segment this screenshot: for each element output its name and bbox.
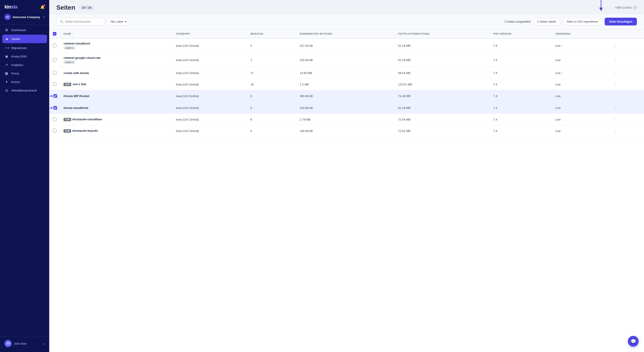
row-standort: Iowa (US Central): [172, 67, 247, 79]
row-checkbox-8[interactable]: [53, 129, 56, 132]
search-box[interactable]: 🔍: [56, 18, 104, 25]
row-umgebung-cell: Live: [552, 90, 608, 102]
sidebar-item-aktivitaetsprotokoll[interactable]: ◎ Aktivitätenprotokoll: [0, 86, 49, 95]
row-besuche: 0: [247, 90, 296, 102]
select-all-checkbox[interactable]: [53, 32, 56, 35]
row-php: 7.4: [490, 67, 552, 79]
row-checkbox-cell: [49, 53, 60, 67]
row-name-cell: kinsta-cloudfront: [60, 102, 172, 114]
live-badge: Live: [556, 129, 561, 133]
row-umgebung-cell: Live: [552, 53, 608, 67]
site-name: cdntest-cloudfront: [64, 42, 90, 45]
row-festplatten: 61.19 MB: [394, 38, 490, 53]
chevron-down-icon: ▾: [44, 16, 45, 18]
company-selector[interactable]: AC Awesome Company ▾: [0, 12, 49, 24]
user-avatar: JD: [4, 340, 12, 347]
sidebar-item-analytics[interactable]: ↗ Analytics: [0, 61, 49, 69]
sidebar-divider-bottom: [0, 337, 49, 337]
header-php: PHP VERSION: [490, 29, 552, 38]
umgebung-chevron-icon[interactable]: ▾: [562, 44, 563, 47]
sites-table: NAME ↑ STANDORT BESUCHE BANDBREITEN NUTZ…: [49, 29, 644, 137]
live-badge: Live: [556, 94, 561, 98]
kinsta-dns-icon: ◉: [4, 54, 8, 58]
cdn-badge: CDN: [64, 83, 71, 86]
row-name-cell: CDNJoe's Site: [60, 79, 172, 90]
row-besuche: 0: [247, 102, 296, 114]
row-checkbox-7[interactable]: [53, 117, 56, 121]
row-php: 7.4: [490, 38, 552, 53]
live-badge: Live: [556, 58, 561, 62]
user-chevron-icon: ▴: [44, 343, 45, 345]
analytics-icon: ↗: [4, 63, 8, 67]
row-php: 7.4: [490, 114, 552, 125]
sidebar-item-migrationen[interactable]: ⟶ Migrationen: [0, 44, 49, 52]
row-menu-icon[interactable]: ⋮: [611, 116, 619, 123]
sidebar-item-label: Migrationen: [11, 46, 27, 50]
row-menu-icon[interactable]: ⋮: [611, 128, 619, 134]
row-name-cell: cdntest-cloudfrontLabel 1: [60, 38, 172, 53]
row-festplatten: 71.46 MB: [394, 90, 490, 102]
site-name: cdntest-google-cloud-cdn: [64, 56, 101, 59]
help-center-link[interactable]: Hilfe-Center ?: [615, 6, 637, 9]
site-name: Kinsta WP Rocket: [64, 94, 89, 98]
row-menu-icon[interactable]: ⋮: [611, 57, 619, 63]
site-name: kinstacdn-cloudflare: [72, 118, 102, 121]
header-actions: [608, 29, 644, 38]
table-row: CDNkinstacdn-cloudflareIowa (US Central)…: [49, 114, 644, 125]
user-profile[interactable]: JD John Doe ▴: [0, 338, 49, 349]
sidebar-bottom: JD John Doe ▴: [0, 333, 49, 352]
row-umgebung-cell: Live: [552, 125, 608, 137]
row-besuche: 1: [247, 53, 296, 67]
row-bandbreiten: 146.08 kB: [296, 125, 394, 137]
sidebar: kinsta 🔔 AC Awesome Company ▾ ⊞ Dashboar…: [0, 0, 49, 352]
row-umgebung-cell: Live ▾: [552, 38, 608, 53]
sidebar-item-label: Kinsta DNS: [11, 55, 27, 58]
notification-bell[interactable]: 🔔: [40, 5, 45, 9]
row-menu-icon[interactable]: ⋮: [611, 93, 619, 99]
label-selected-button[interactable]: 2 Seiten labeln: [533, 18, 560, 25]
help-center-label: Hilfe-Center: [615, 6, 632, 9]
table-body: cdntest-cloudfrontLabel 1Iowa (US Centra…: [49, 38, 644, 137]
row-checkbox-cell: [49, 67, 60, 79]
row-name-cell: cdntest-google-cloud-cdnLabel 1: [60, 53, 172, 67]
row-actions: ⋮: [608, 38, 644, 53]
row-checkbox-5[interactable]: [54, 94, 57, 98]
chat-button[interactable]: 💬: [628, 336, 639, 347]
table-header: NAME ↑ STANDORT BESUCHE BANDBREITEN NUTZ…: [49, 29, 644, 38]
row-checkbox-3[interactable]: [53, 71, 56, 74]
row-besuche: 17: [247, 67, 296, 79]
row-actions: ⋮: [608, 90, 644, 102]
row-menu-icon[interactable]: ⋮: [611, 81, 619, 87]
row-checkbox-1[interactable]: [53, 44, 56, 47]
site-name: kinsta-cloudfront: [64, 106, 88, 110]
sidebar-item-firma[interactable]: ▦ Firma: [0, 69, 49, 78]
search-input[interactable]: [65, 20, 101, 23]
nutzer-icon: ✦: [4, 80, 8, 84]
row-checkbox-6[interactable]: [54, 106, 57, 110]
page-count-badge: 20 / 20: [79, 5, 95, 10]
umgebung-chevron-icon[interactable]: ▾: [562, 72, 563, 74]
left-arrow-annotation: ➜: [49, 105, 53, 110]
label-filter-chevron-icon: ▾: [125, 20, 126, 23]
dashboard-icon: ⊞: [4, 28, 8, 32]
sites-table-container: NAME ↑ STANDORT BESUCHE BANDBREITEN NUTZ…: [49, 29, 644, 352]
row-checkbox-2[interactable]: [53, 58, 56, 61]
row-menu-icon[interactable]: ⋮: [611, 70, 619, 76]
export-csv-button[interactable]: Alles in CSV exportieren: [563, 18, 602, 25]
label-filter-dropdown[interactable]: Alle Label ▾: [107, 18, 130, 25]
row-checkbox-4[interactable]: [53, 82, 56, 86]
row-menu-icon[interactable]: ⋮: [611, 105, 619, 111]
row-festplatten: 58.54 MB: [394, 67, 490, 79]
row-php: 7.4: [490, 125, 552, 137]
indeterminate-line: [54, 33, 56, 34]
row-checkbox-cell: [49, 125, 60, 137]
annotation-arrow-down: [598, 0, 604, 11]
sidebar-item-kinsta-dns[interactable]: ◉ Kinsta DNS: [0, 52, 49, 61]
main-content: Seiten 20 / 20 Hilfe-Center ? 🔍 Alle Lab…: [49, 0, 644, 352]
sidebar-item-seiten[interactable]: ◈ Seiten: [2, 35, 47, 43]
row-menu-icon[interactable]: ⋮: [611, 43, 619, 49]
user-name: John Doe: [14, 342, 26, 345]
add-site-button[interactable]: Seite hinzufügen: [604, 18, 637, 25]
sidebar-item-nutzer[interactable]: ✦ Nutzer: [0, 78, 49, 86]
sidebar-item-dashboard[interactable]: ⊞ Dashboard: [0, 26, 49, 34]
